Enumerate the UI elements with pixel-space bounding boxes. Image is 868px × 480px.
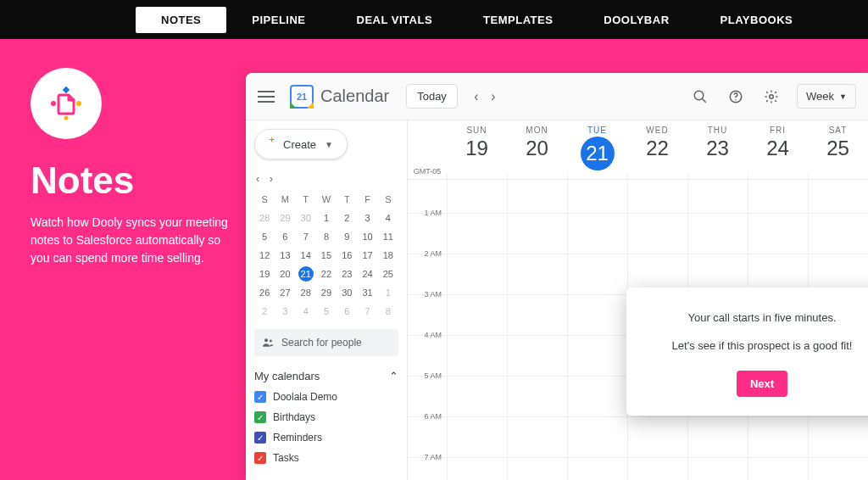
grid-cell[interactable] <box>567 214 627 254</box>
mini-day[interactable]: 6 <box>337 302 357 321</box>
grid-cell[interactable] <box>567 458 627 480</box>
mini-day[interactable]: 13 <box>275 246 295 265</box>
grid-cell[interactable] <box>748 173 808 213</box>
search-people-input[interactable]: Search for people <box>254 329 398 356</box>
topnav-tab-deal-vitals[interactable]: DEAL VITALS <box>331 7 459 33</box>
mini-day[interactable]: 12 <box>254 246 275 265</box>
mini-day[interactable]: 28 <box>254 209 275 227</box>
grid-cell[interactable] <box>687 173 748 213</box>
mini-day[interactable]: 14 <box>296 246 316 265</box>
grid-cell[interactable] <box>687 417 748 457</box>
mini-day[interactable]: 18 <box>378 246 398 265</box>
mini-day[interactable]: 7 <box>296 227 316 246</box>
grid-cell[interactable] <box>687 214 748 254</box>
topnav-tab-playbooks[interactable]: PLAYBOOKS <box>695 7 819 33</box>
grid-cell[interactable] <box>567 336 627 376</box>
grid-cell[interactable] <box>447 417 507 457</box>
weekday-header[interactable]: TUE21 <box>567 120 627 179</box>
weekday-header[interactable]: SUN19 <box>447 120 507 179</box>
search-icon[interactable] <box>690 87 710 107</box>
mini-day[interactable]: 29 <box>275 209 295 227</box>
mini-day[interactable]: 30 <box>337 283 357 302</box>
mini-day[interactable]: 6 <box>275 227 295 246</box>
grid-cell[interactable] <box>567 417 627 457</box>
grid-cell[interactable] <box>748 417 808 457</box>
mini-day[interactable]: 5 <box>316 302 337 321</box>
mini-day[interactable]: 8 <box>316 227 337 246</box>
grid-cell[interactable] <box>567 377 627 416</box>
grid-cell[interactable] <box>567 295 627 335</box>
my-calendars-toggle[interactable]: My calendars ⌃ <box>254 370 398 382</box>
grid-cell[interactable] <box>447 173 507 213</box>
settings-gear-icon[interactable] <box>761 87 782 107</box>
grid-cell[interactable] <box>687 458 748 480</box>
calendar-item[interactable]: ✓Doolala Demo <box>254 391 398 403</box>
mini-day[interactable]: 25 <box>378 265 398 283</box>
grid-cell[interactable] <box>808 458 868 480</box>
grid-cell[interactable] <box>627 458 687 480</box>
create-button[interactable]: Create ▼ <box>254 129 348 159</box>
mini-day[interactable]: 5 <box>254 227 275 246</box>
grid-cell[interactable] <box>447 295 507 335</box>
mini-day[interactable]: 19 <box>254 265 275 283</box>
mini-next-month[interactable]: › <box>270 173 273 185</box>
mini-day[interactable]: 4 <box>378 209 398 227</box>
grid-cell[interactable] <box>447 377 507 416</box>
mini-day[interactable]: 30 <box>296 209 316 227</box>
mini-day[interactable]: 24 <box>357 265 377 283</box>
mini-day[interactable]: 26 <box>254 283 275 302</box>
hamburger-icon[interactable] <box>258 96 275 98</box>
weekday-header[interactable]: WED22 <box>627 120 687 179</box>
grid-cell[interactable] <box>507 254 567 294</box>
grid-cell[interactable] <box>748 214 808 254</box>
prev-week-button[interactable]: ‹ <box>468 88 485 105</box>
calendar-item[interactable]: ✓Reminders <box>254 432 398 444</box>
mini-day[interactable]: 17 <box>357 246 377 265</box>
grid-cell[interactable] <box>567 173 627 213</box>
grid-cell[interactable] <box>507 214 567 254</box>
mini-day[interactable]: 1 <box>316 209 337 227</box>
mini-day[interactable]: 16 <box>337 246 357 265</box>
today-button[interactable]: Today <box>406 84 458 109</box>
grid-cell[interactable] <box>627 214 687 254</box>
mini-day[interactable]: 3 <box>275 302 295 321</box>
topnav-tab-pipeline[interactable]: PIPELINE <box>226 7 331 33</box>
weekday-header[interactable]: THU23 <box>687 120 748 179</box>
mini-day[interactable]: 3 <box>357 209 377 227</box>
grid-cell[interactable] <box>808 214 868 254</box>
grid-cell[interactable] <box>507 458 567 480</box>
mini-day[interactable]: 11 <box>378 227 398 246</box>
grid-cell[interactable] <box>627 173 687 213</box>
grid-cell[interactable] <box>567 254 627 294</box>
mini-day[interactable]: 8 <box>378 302 398 321</box>
mini-day[interactable]: 10 <box>357 227 377 246</box>
mini-day[interactable]: 7 <box>357 302 377 321</box>
mini-prev-month[interactable]: ‹ <box>256 173 259 185</box>
mini-day[interactable]: 2 <box>254 302 275 321</box>
mini-day[interactable]: 21 <box>296 265 316 283</box>
mini-day[interactable]: 27 <box>275 283 295 302</box>
mini-day[interactable]: 15 <box>316 246 337 265</box>
calendar-item[interactable]: ✓Tasks <box>254 452 398 464</box>
grid-cell[interactable] <box>748 458 808 480</box>
mini-day[interactable]: 22 <box>316 265 337 283</box>
grid-cell[interactable] <box>627 417 687 457</box>
mini-day[interactable]: 29 <box>316 283 337 302</box>
weekday-header[interactable]: SAT25 <box>808 120 868 179</box>
grid-cell[interactable] <box>447 214 507 254</box>
mini-day[interactable]: 28 <box>296 283 316 302</box>
mini-day[interactable]: 23 <box>337 265 357 283</box>
grid-cell[interactable] <box>808 417 868 457</box>
grid-cell[interactable] <box>447 336 507 376</box>
weekday-header[interactable]: MON20 <box>507 120 567 179</box>
grid-cell[interactable] <box>447 458 507 480</box>
help-icon[interactable] <box>726 87 746 107</box>
mini-day[interactable]: 4 <box>296 302 316 321</box>
grid-cell[interactable] <box>507 295 567 335</box>
grid-cell[interactable] <box>507 173 567 213</box>
grid-cell[interactable] <box>507 417 567 457</box>
calendar-item[interactable]: ✓Birthdays <box>254 411 398 423</box>
view-dropdown[interactable]: Week ▼ <box>797 84 856 109</box>
topnav-tab-doolybar[interactable]: DOOLYBAR <box>578 7 694 33</box>
mini-day[interactable]: 20 <box>275 265 295 283</box>
